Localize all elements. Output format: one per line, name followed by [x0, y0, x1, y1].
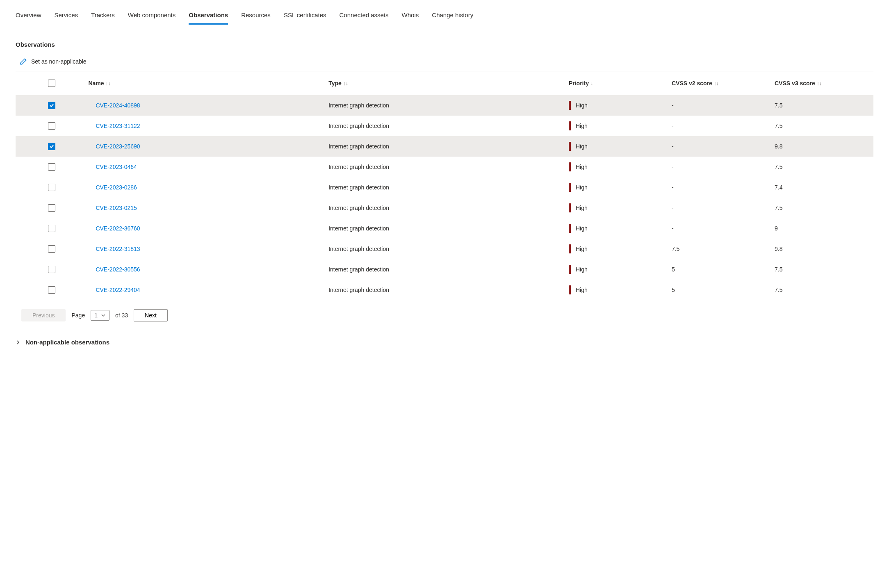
type-cell: Internet graph detection	[324, 280, 565, 300]
cve-link[interactable]: CVE-2022-36760	[88, 225, 140, 232]
sort-icon: ↑↓	[343, 81, 348, 87]
tab-bar: OverviewServicesTrackersWeb componentsOb…	[16, 0, 873, 25]
table-row: CVE-2023-0464Internet graph detectionHig…	[16, 157, 873, 177]
cvss-v3-cell: 9.8	[770, 239, 873, 259]
cve-link[interactable]: CVE-2023-0215	[88, 205, 137, 211]
cve-link[interactable]: CVE-2023-31122	[88, 123, 140, 129]
cve-link[interactable]: CVE-2022-30556	[88, 266, 140, 273]
page-select[interactable]: 1	[91, 310, 109, 321]
sort-icon: ↑↓	[714, 81, 719, 87]
cve-link[interactable]: CVE-2023-0464	[88, 164, 137, 170]
priority-cell: High	[569, 142, 663, 151]
tab-trackers[interactable]: Trackers	[91, 7, 115, 25]
tab-ssl-certificates[interactable]: SSL certificates	[284, 7, 326, 25]
cvss-v3-cell: 7.5	[770, 157, 873, 177]
chevron-right-icon	[16, 340, 21, 345]
column-header-cvss-v2[interactable]: CVSS v2 score↑↓	[668, 71, 770, 95]
table-row: CVE-2024-40898Internet graph detectionHi…	[16, 95, 873, 116]
cve-link[interactable]: CVE-2024-40898	[88, 102, 140, 109]
cvss-v3-cell: 7.5	[770, 259, 873, 280]
type-cell: Internet graph detection	[324, 136, 565, 157]
next-button[interactable]: Next	[134, 309, 168, 321]
type-cell: Internet graph detection	[324, 177, 565, 198]
cvss-v2-cell: -	[668, 218, 770, 239]
type-cell: Internet graph detection	[324, 116, 565, 136]
cve-link[interactable]: CVE-2022-29404	[88, 287, 140, 293]
table-row: CVE-2022-30556Internet graph detectionHi…	[16, 259, 873, 280]
priority-cell: High	[569, 224, 663, 233]
priority-cell: High	[569, 265, 663, 274]
type-cell: Internet graph detection	[324, 259, 565, 280]
column-header-type[interactable]: Type↑↓	[324, 71, 565, 95]
non-applicable-section-toggle[interactable]: Non-applicable observations	[16, 339, 873, 346]
cvss-v2-cell: -	[668, 198, 770, 218]
table-row: CVE-2023-0215Internet graph detectionHig…	[16, 198, 873, 218]
row-checkbox[interactable]	[48, 143, 55, 150]
cvss-v3-cell: 7.5	[770, 116, 873, 136]
page-of-label: of 33	[115, 312, 128, 319]
cvss-v2-cell: -	[668, 136, 770, 157]
tab-whois[interactable]: Whois	[402, 7, 419, 25]
tab-observations[interactable]: Observations	[189, 7, 228, 25]
cvss-v2-cell: 5	[668, 280, 770, 300]
row-checkbox[interactable]	[48, 266, 55, 273]
table-row: CVE-2022-36760Internet graph detectionHi…	[16, 218, 873, 239]
non-applicable-label: Non-applicable observations	[25, 339, 109, 346]
observations-table: Name↑↓ Type↑↓ Priority↓ CVSS v2 score↑↓ …	[16, 71, 873, 300]
priority-indicator	[569, 224, 571, 233]
column-header-name[interactable]: Name↑↓	[84, 71, 324, 95]
row-checkbox[interactable]	[48, 102, 55, 109]
cve-link[interactable]: CVE-2023-25690	[88, 143, 140, 150]
column-header-cvss-v3[interactable]: CVSS v3 score↑↓	[770, 71, 873, 95]
column-header-priority[interactable]: Priority↓	[565, 71, 668, 95]
page-label: Page	[71, 312, 85, 319]
tab-web-components[interactable]: Web components	[128, 7, 176, 25]
table-row: CVE-2023-31122Internet graph detectionHi…	[16, 116, 873, 136]
action-bar: Set as non-applicable	[16, 55, 873, 71]
sort-icon: ↑↓	[817, 81, 822, 87]
row-checkbox[interactable]	[48, 286, 55, 294]
priority-cell: High	[569, 162, 663, 171]
sort-icon: ↑↓	[106, 81, 111, 87]
cvss-v2-cell: -	[668, 157, 770, 177]
priority-cell: High	[569, 183, 663, 192]
type-cell: Internet graph detection	[324, 157, 565, 177]
table-row: CVE-2022-29404Internet graph detectionHi…	[16, 280, 873, 300]
type-cell: Internet graph detection	[324, 198, 565, 218]
table-row: CVE-2022-31813Internet graph detectionHi…	[16, 239, 873, 259]
priority-cell: High	[569, 285, 663, 294]
cvss-v3-cell: 7.5	[770, 95, 873, 116]
cvss-v3-cell: 9.8	[770, 136, 873, 157]
row-checkbox[interactable]	[48, 245, 55, 253]
tab-resources[interactable]: Resources	[241, 7, 271, 25]
type-cell: Internet graph detection	[324, 239, 565, 259]
priority-cell: High	[569, 121, 663, 130]
edit-icon[interactable]	[20, 58, 27, 65]
row-checkbox[interactable]	[48, 225, 55, 232]
type-cell: Internet graph detection	[324, 218, 565, 239]
previous-button[interactable]: Previous	[21, 309, 66, 321]
cvss-v2-cell: -	[668, 95, 770, 116]
cvss-v2-cell: -	[668, 116, 770, 136]
row-checkbox[interactable]	[48, 122, 55, 130]
priority-indicator	[569, 265, 571, 274]
set-non-applicable-button[interactable]: Set as non-applicable	[31, 58, 87, 65]
priority-cell: High	[569, 203, 663, 212]
tab-overview[interactable]: Overview	[16, 7, 41, 25]
cve-link[interactable]: CVE-2023-0286	[88, 184, 137, 191]
cvss-v3-cell: 7.5	[770, 198, 873, 218]
cve-link[interactable]: CVE-2022-31813	[88, 246, 140, 252]
priority-indicator	[569, 285, 571, 294]
select-all-checkbox[interactable]	[48, 80, 55, 87]
tab-services[interactable]: Services	[55, 7, 78, 25]
cvss-v2-cell: -	[668, 177, 770, 198]
row-checkbox[interactable]	[48, 163, 55, 171]
cvss-v3-cell: 7.4	[770, 177, 873, 198]
priority-indicator	[569, 203, 571, 212]
chevron-down-icon	[101, 313, 106, 318]
tab-change-history[interactable]: Change history	[432, 7, 473, 25]
priority-cell: High	[569, 244, 663, 253]
row-checkbox[interactable]	[48, 204, 55, 212]
row-checkbox[interactable]	[48, 184, 55, 191]
tab-connected-assets[interactable]: Connected assets	[340, 7, 389, 25]
